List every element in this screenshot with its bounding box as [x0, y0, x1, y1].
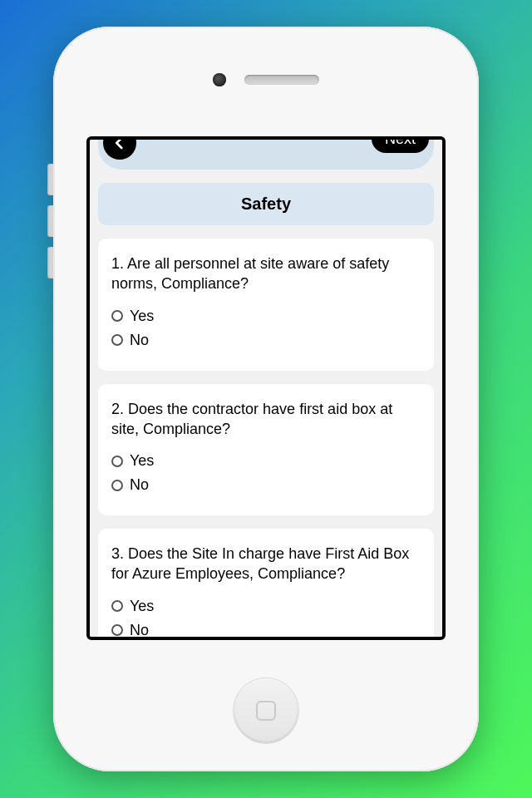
option-no[interactable]: No	[111, 622, 421, 637]
radio-icon	[111, 310, 123, 322]
earpiece-area	[53, 73, 479, 86]
option-label: No	[130, 622, 149, 637]
question-card: 1. Are all personnel at site aware of sa…	[98, 239, 434, 371]
radio-icon	[111, 334, 123, 346]
back-button[interactable]	[103, 140, 136, 160]
option-yes[interactable]: Yes	[111, 598, 421, 615]
mute-switch	[47, 247, 53, 278]
front-camera	[213, 73, 226, 86]
option-no[interactable]: No	[111, 332, 421, 349]
option-no[interactable]: No	[111, 476, 421, 494]
section-header: Safety	[98, 183, 434, 225]
chevron-left-icon	[112, 140, 127, 150]
phone-frame: Next Safety 1. Are all personnel at site…	[53, 27, 479, 771]
radio-icon	[111, 456, 123, 467]
radio-icon	[111, 600, 123, 612]
option-label: Yes	[130, 598, 154, 615]
home-square-icon	[256, 701, 276, 721]
question-card: 3. Does the Site In charge have First Ai…	[98, 529, 434, 637]
radio-icon	[111, 480, 123, 491]
option-yes[interactable]: Yes	[111, 452, 421, 470]
question-text: 3. Does the Site In charge have First Ai…	[111, 544, 421, 584]
volume-up	[47, 164, 53, 195]
radio-icon	[111, 624, 123, 636]
app-content: Next Safety 1. Are all personnel at site…	[90, 140, 442, 637]
question-card: 2. Does the contractor have first aid bo…	[98, 384, 434, 516]
speaker-grille	[244, 75, 319, 85]
volume-buttons	[47, 164, 53, 288]
option-label: Yes	[130, 308, 154, 325]
home-button[interactable]	[234, 678, 298, 743]
questions-list: 1. Are all personnel at site aware of sa…	[90, 239, 442, 637]
next-button-label: Next	[385, 140, 416, 148]
option-yes[interactable]: Yes	[111, 308, 421, 325]
nav-bar: Next	[98, 140, 434, 170]
option-label: No	[130, 476, 149, 494]
section-title: Safety	[241, 195, 291, 213]
volume-down	[47, 205, 53, 237]
next-button[interactable]: Next	[372, 140, 429, 153]
question-text: 1. Are all personnel at site aware of sa…	[111, 254, 421, 294]
option-label: Yes	[130, 452, 154, 470]
screen: Next Safety 1. Are all personnel at site…	[86, 136, 446, 640]
option-label: No	[130, 332, 149, 349]
question-text: 2. Does the contractor have first aid bo…	[111, 399, 421, 440]
